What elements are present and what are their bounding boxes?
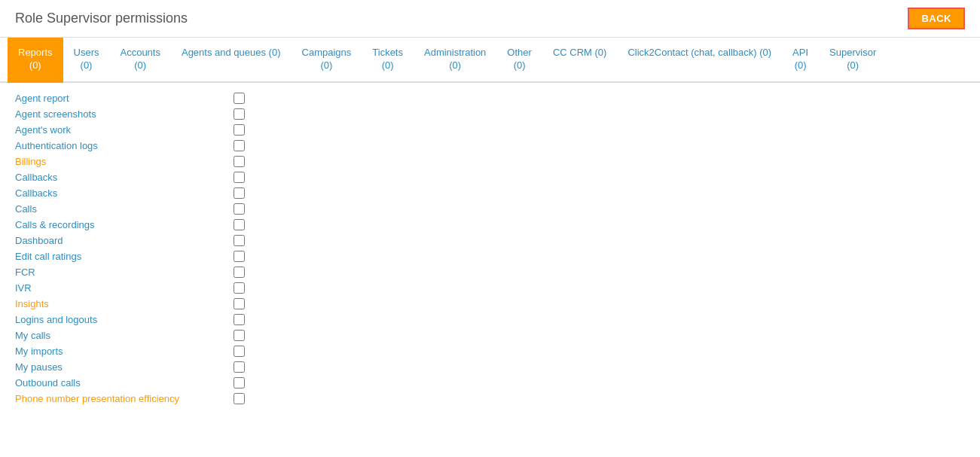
tab-accounts[interactable]: Accounts(0) bbox=[109, 38, 170, 83]
list-item: Agent report bbox=[15, 90, 965, 106]
permission-label: My calls bbox=[15, 330, 226, 341]
tab-api[interactable]: API(0) bbox=[782, 38, 819, 83]
permission-label: Calls bbox=[15, 203, 226, 215]
tab-click2contact[interactable]: Click2Contact (chat, callback) (0) bbox=[617, 38, 782, 83]
tab-agents-queues[interactable]: Agents and queues (0) bbox=[171, 38, 292, 83]
permission-checkbox[interactable] bbox=[234, 361, 245, 373]
permission-checkbox[interactable] bbox=[234, 219, 245, 230]
permission-label: Billings bbox=[15, 156, 226, 167]
permission-label: My imports bbox=[15, 346, 226, 357]
permission-label: Authentication logs bbox=[15, 140, 226, 151]
list-item: Calls & recordings bbox=[15, 217, 965, 233]
list-item: Dashboard bbox=[15, 233, 965, 248]
page-header: Role Supervisor permissions BACK bbox=[0, 0, 980, 38]
content: Agent reportAgent screenshotsAgent's wor… bbox=[0, 83, 980, 414]
permission-checkbox[interactable] bbox=[234, 124, 245, 136]
permission-label: Agent report bbox=[15, 93, 226, 104]
tab-reports[interactable]: Reports(0) bbox=[8, 38, 63, 83]
permission-checkbox[interactable] bbox=[234, 156, 245, 167]
list-item: Insights bbox=[15, 296, 965, 312]
permission-label: Insights bbox=[15, 298, 226, 309]
list-item: My pauses bbox=[15, 359, 965, 375]
permission-label: Logins and logouts bbox=[15, 314, 226, 325]
permission-checkbox[interactable] bbox=[234, 140, 245, 151]
permission-label: FCR bbox=[15, 267, 226, 278]
permission-label: Callbacks bbox=[15, 172, 226, 183]
permission-checkbox[interactable] bbox=[234, 108, 245, 120]
permission-checkbox[interactable] bbox=[234, 282, 245, 294]
tabs-row: Reports(0)Users(0)Accounts(0)Agents and … bbox=[0, 38, 980, 83]
list-item: Agent screenshots bbox=[15, 106, 965, 122]
list-item: Billings bbox=[15, 154, 965, 169]
permission-label: Phone number presentation efficiency bbox=[15, 393, 226, 404]
page-title: Role Supervisor permissions bbox=[15, 11, 188, 26]
list-item: My imports bbox=[15, 343, 965, 359]
permission-label: Edit call ratings bbox=[15, 251, 226, 262]
permission-checkbox[interactable] bbox=[234, 377, 245, 388]
permission-label: Agent's work bbox=[15, 124, 226, 136]
permission-checkbox[interactable] bbox=[234, 314, 245, 325]
permission-label: IVR bbox=[15, 282, 226, 294]
list-item: Authentication logs bbox=[15, 138, 965, 154]
permissions-list: Agent reportAgent screenshotsAgent's wor… bbox=[15, 90, 965, 407]
permission-label: Calls & recordings bbox=[15, 219, 226, 230]
permission-checkbox[interactable] bbox=[234, 251, 245, 262]
permission-checkbox[interactable] bbox=[234, 172, 245, 183]
permission-checkbox[interactable] bbox=[234, 346, 245, 357]
list-item: Callbacks bbox=[15, 185, 965, 201]
permission-checkbox[interactable] bbox=[234, 330, 245, 341]
permission-checkbox[interactable] bbox=[234, 298, 245, 309]
tab-tickets[interactable]: Tickets(0) bbox=[362, 38, 414, 83]
permission-checkbox[interactable] bbox=[234, 267, 245, 278]
permission-checkbox[interactable] bbox=[234, 235, 245, 246]
tab-administration[interactable]: Administration(0) bbox=[414, 38, 496, 83]
tab-campaigns[interactable]: Campaigns(0) bbox=[292, 38, 362, 83]
permission-label: My pauses bbox=[15, 361, 226, 373]
permission-label: Outbound calls bbox=[15, 377, 226, 388]
list-item: Calls bbox=[15, 201, 965, 217]
tab-cc-crm[interactable]: CC CRM (0) bbox=[542, 38, 618, 83]
permission-checkbox[interactable] bbox=[234, 203, 245, 215]
list-item: IVR bbox=[15, 280, 965, 296]
permission-checkbox[interactable] bbox=[234, 93, 245, 104]
list-item: My calls bbox=[15, 328, 965, 343]
tab-users[interactable]: Users(0) bbox=[63, 38, 110, 83]
list-item: Phone number presentation efficiency bbox=[15, 391, 965, 407]
list-item: FCR bbox=[15, 264, 965, 280]
list-item: Outbound calls bbox=[15, 375, 965, 391]
list-item: Agent's work bbox=[15, 122, 965, 138]
back-button[interactable]: BACK bbox=[908, 8, 965, 29]
permission-label: Callbacks bbox=[15, 187, 226, 199]
tab-other[interactable]: Other(0) bbox=[496, 38, 542, 83]
permission-label: Agent screenshots bbox=[15, 108, 226, 120]
permission-checkbox[interactable] bbox=[234, 393, 245, 404]
list-item: Logins and logouts bbox=[15, 312, 965, 328]
permission-checkbox[interactable] bbox=[234, 187, 245, 199]
list-item: Callbacks bbox=[15, 169, 965, 185]
list-item: Edit call ratings bbox=[15, 248, 965, 264]
permission-label: Dashboard bbox=[15, 235, 226, 246]
tab-supervisor[interactable]: Supervisor(0) bbox=[819, 38, 887, 83]
